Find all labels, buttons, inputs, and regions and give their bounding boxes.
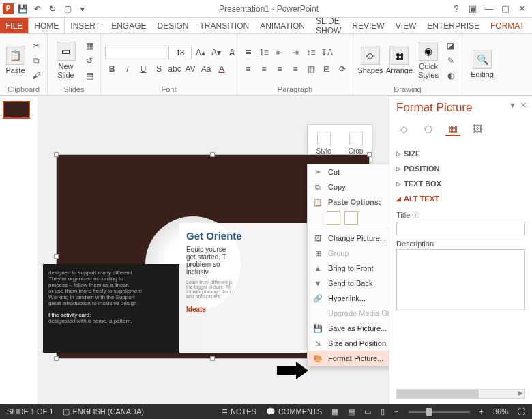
start-show-icon[interactable]: ▢	[61, 3, 74, 15]
increase-indent-icon[interactable]: ⇥	[289, 46, 302, 59]
shape-outline-icon[interactable]: ✎	[444, 54, 458, 68]
increase-font-icon[interactable]: A▴	[194, 46, 207, 59]
tab-format[interactable]: FORMAT	[485, 18, 530, 33]
font-family-select[interactable]	[105, 46, 166, 59]
arrange-button[interactable]: ▦Arrange	[386, 46, 413, 74]
ctx-copy[interactable]: ⧉Copy	[308, 179, 389, 194]
ctx-size-position[interactable]: ⇲Size and Position...	[308, 336, 389, 351]
view-sorter-icon[interactable]: ▤	[348, 407, 355, 416]
shape-fill-icon[interactable]: ◪	[444, 39, 458, 53]
qat-customize-icon[interactable]: ▾	[76, 3, 89, 15]
format-painter-icon[interactable]: 🖌	[29, 69, 43, 83]
shadow-icon[interactable]: abc	[168, 62, 181, 76]
align-center-icon[interactable]: ≡	[257, 62, 271, 76]
ctx-change-picture[interactable]: 🖼Change Picture...	[308, 231, 389, 246]
section-alttext[interactable]: ◢ALT TEXT	[396, 191, 525, 206]
tab-insert[interactable]: INSERT	[65, 18, 106, 33]
tab-home[interactable]: HOME	[28, 18, 65, 33]
tab-transition[interactable]: TRANSITION	[194, 18, 255, 33]
clear-formatting-icon[interactable]: A̷	[225, 46, 239, 59]
close-icon[interactable]: ✕	[514, 2, 529, 16]
redo-icon[interactable]: ↻	[46, 3, 59, 15]
section-size[interactable]: ▷SIZE	[396, 146, 525, 161]
fit-window-icon[interactable]: ⛶	[518, 407, 525, 416]
view-slideshow-icon[interactable]: ▯	[381, 407, 385, 416]
zoom-handle[interactable]	[426, 408, 432, 416]
language-indicator[interactable]: ▢ENGLISH (CANADA)	[63, 407, 144, 416]
resize-handle-w[interactable]	[54, 254, 59, 259]
section-position[interactable]: ▷POSITION	[396, 161, 525, 176]
notes-button[interactable]: ≣NOTES	[222, 407, 256, 416]
view-reading-icon[interactable]: ▭	[364, 407, 371, 416]
ctx-bring-front[interactable]: ▲Bring to Front▶	[308, 261, 389, 276]
tab-review[interactable]: REVIEW	[346, 18, 389, 33]
zoom-in-icon[interactable]: +	[479, 407, 484, 416]
quick-styles-button[interactable]: ◉Quick Styles	[415, 42, 441, 78]
decrease-indent-icon[interactable]: ⇤	[273, 46, 286, 59]
ctx-hyperlink[interactable]: 🔗Hyperlink...	[308, 291, 389, 306]
pane-menu-icon[interactable]: ▼	[509, 101, 516, 110]
align-left-icon[interactable]: ≡	[241, 62, 255, 76]
underline-icon[interactable]: U	[136, 62, 150, 76]
strike-icon[interactable]: S	[152, 62, 166, 76]
tab-enterprise[interactable]: ENTERPRISE	[422, 18, 485, 33]
help-icon[interactable]: ?	[449, 2, 464, 16]
align-right-icon[interactable]: ≡	[273, 62, 286, 76]
picture-icon[interactable]: 🖼	[470, 121, 485, 136]
undo-icon[interactable]: ↶	[31, 3, 44, 15]
view-normal-icon[interactable]: ▦	[331, 407, 338, 416]
ctx-save-as-picture[interactable]: 💾Save as Picture...	[308, 321, 389, 336]
alttext-desc-input[interactable]	[396, 249, 525, 310]
scroll-right-icon[interactable]: ▶	[518, 390, 523, 396]
effects-icon[interactable]: ⬠	[421, 121, 436, 136]
decrease-font-icon[interactable]: A▾	[209, 46, 223, 59]
layout-icon[interactable]: ▦	[83, 39, 96, 53]
minimize-icon[interactable]: —	[482, 2, 497, 16]
ctx-send-back[interactable]: ▼Send to Back▶	[308, 276, 389, 291]
scrollbar-thumb[interactable]	[397, 390, 479, 398]
resize-handle-s[interactable]	[210, 356, 215, 361]
alttext-title-input[interactable]	[396, 222, 525, 235]
resize-handle-n[interactable]	[210, 152, 215, 157]
paste-option-1[interactable]	[327, 211, 340, 225]
tab-file[interactable]: FILE	[0, 18, 28, 33]
restore-icon[interactable]: ▢	[498, 2, 513, 16]
new-slide-button[interactable]: ▭ New Slide	[52, 42, 80, 78]
copy-icon[interactable]: ⧉	[29, 54, 43, 68]
smartart-icon[interactable]: ⟳	[336, 62, 349, 76]
size-properties-icon[interactable]: ▦	[445, 121, 460, 136]
cut-icon[interactable]: ✂	[29, 39, 43, 53]
bold-icon[interactable]: B	[105, 62, 119, 76]
spacing-icon[interactable]: AV	[183, 62, 197, 76]
pane-horizontal-scrollbar[interactable]: ◀ ▶	[396, 389, 525, 399]
shape-effects-icon[interactable]: ◐	[444, 69, 458, 83]
section-icon[interactable]: ▤	[83, 69, 96, 83]
pane-close-icon[interactable]: ✕	[520, 101, 527, 110]
resize-handle-nw[interactable]	[54, 152, 59, 157]
ctx-cut[interactable]: ✂Cut	[308, 164, 389, 179]
paste-option-2[interactable]	[344, 211, 358, 225]
reset-icon[interactable]: ↺	[83, 54, 96, 68]
numbering-icon[interactable]: 1≡	[257, 46, 271, 59]
editing-button[interactable]: 🔍Editing	[467, 50, 498, 78]
section-textbox[interactable]: ▷TEXT BOX	[396, 176, 525, 191]
zoom-level[interactable]: 36%	[493, 407, 508, 416]
paste-button[interactable]: 📋 Paste	[4, 46, 27, 74]
align-text-icon[interactable]: ⊟	[320, 62, 334, 76]
tab-engage[interactable]: ENGAGE	[106, 18, 151, 33]
shapes-button[interactable]: ◇Shapes	[357, 46, 383, 74]
ribbon-options-icon[interactable]: ▣	[465, 2, 480, 16]
slide-thumbnail-1[interactable]	[3, 101, 30, 119]
line-spacing-icon[interactable]: ↕≡	[304, 46, 318, 59]
zoom-slider[interactable]	[409, 411, 470, 413]
italic-icon[interactable]: I	[121, 62, 134, 76]
slide-indicator[interactable]: SLIDE 1 OF 1	[7, 407, 53, 416]
fill-line-icon[interactable]: ◇	[396, 121, 411, 136]
bullets-icon[interactable]: ≣	[241, 46, 255, 59]
tab-slideshow[interactable]: SLIDE SHOW	[310, 18, 346, 33]
info-icon[interactable]: ⓘ	[412, 211, 419, 219]
save-icon[interactable]: 💾	[16, 3, 29, 15]
comments-button[interactable]: 💬COMMENTS	[266, 407, 322, 416]
ctx-format-picture[interactable]: 🎨Format Picture...	[308, 351, 389, 366]
tab-animation[interactable]: ANIMATION	[254, 18, 310, 33]
